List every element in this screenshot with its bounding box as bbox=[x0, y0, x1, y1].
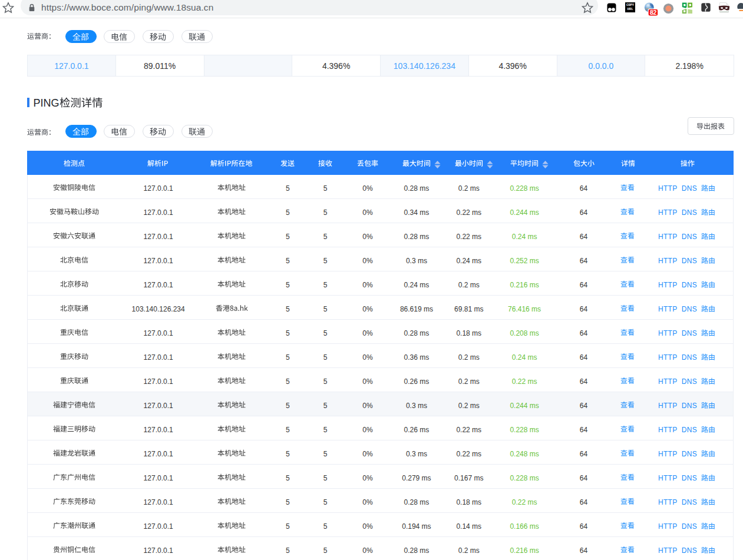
svg-text:82: 82 bbox=[650, 9, 656, 16]
